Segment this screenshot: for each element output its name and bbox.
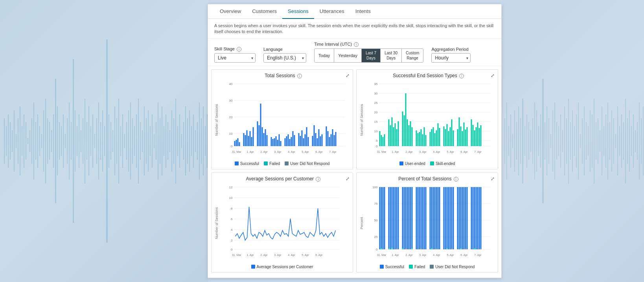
svg-rect-302 xyxy=(453,130,454,146)
svg-rect-390 xyxy=(431,187,432,248)
svg-rect-82 xyxy=(164,126,164,156)
svg-rect-123 xyxy=(538,126,539,156)
svg-rect-310 xyxy=(471,119,472,146)
svg-rect-70 xyxy=(140,122,141,160)
svg-rect-389 xyxy=(430,187,431,249)
svg-rect-136 xyxy=(564,106,565,176)
svg-rect-187 xyxy=(234,141,236,146)
svg-rect-279 xyxy=(408,125,410,146)
successful-end-info-icon[interactable]: i xyxy=(459,74,464,78)
svg-text:4. Apr: 4. Apr xyxy=(433,150,440,154)
svg-text:30: 30 xyxy=(229,99,233,102)
legend-skill-ended-label: Skill-ended xyxy=(436,161,455,166)
avg-sessions-container: Number of Sessions 12 10 xyxy=(215,183,350,263)
svg-rect-233 xyxy=(326,126,327,146)
svg-text:1. Apr: 1. Apr xyxy=(247,254,254,257)
time-interval-control: Time Interval (UTC) i Today Yesterday La… xyxy=(314,42,423,63)
svg-rect-145 xyxy=(582,118,583,164)
svg-rect-141 xyxy=(574,126,575,156)
successful-end-expand-icon[interactable]: ⤢ xyxy=(491,73,495,78)
avg-sessions-svg: 12 10 8 6 4 2 0 31. Mar 1. Apr 2. Apr 3. xyxy=(219,183,350,262)
total-sessions-info-icon[interactable]: i xyxy=(297,74,302,78)
svg-rect-131 xyxy=(554,102,555,180)
svg-rect-403 xyxy=(450,187,451,249)
svg-rect-417 xyxy=(473,187,474,249)
total-sessions-expand-icon[interactable]: ⤢ xyxy=(346,73,350,78)
svg-rect-76 xyxy=(152,114,153,168)
time-btn-last30[interactable]: Last 30Days xyxy=(381,49,402,62)
svg-rect-157 xyxy=(605,114,606,168)
tab-customers[interactable]: Customers xyxy=(247,4,282,19)
svg-text:31. Mar: 31. Mar xyxy=(377,254,386,256)
svg-rect-5 xyxy=(12,130,13,152)
svg-rect-421 xyxy=(477,187,478,249)
svg-rect-369 xyxy=(396,248,397,249)
successful-end-header: Successful End Session Types i ⤢ xyxy=(360,73,495,78)
percent-total-expand-icon[interactable]: ⤢ xyxy=(491,176,495,182)
svg-rect-67 xyxy=(134,126,135,156)
svg-rect-311 xyxy=(473,125,474,146)
svg-rect-4 xyxy=(10,122,11,160)
svg-rect-63 xyxy=(126,122,127,160)
svg-text:10: 10 xyxy=(229,132,233,135)
svg-rect-281 xyxy=(412,127,413,146)
svg-text:4. Apr: 4. Apr xyxy=(288,254,295,257)
svg-rect-84 xyxy=(167,122,168,160)
time-btn-today[interactable]: Today xyxy=(315,49,334,62)
svg-rect-224 xyxy=(306,127,307,146)
svg-rect-414 xyxy=(465,248,466,249)
svg-rect-30 xyxy=(61,126,62,156)
svg-text:4. Apr: 4. Apr xyxy=(288,150,295,154)
skill-stage-select[interactable]: Live Development xyxy=(214,53,256,63)
svg-rect-27 xyxy=(55,79,56,203)
svg-rect-410 xyxy=(460,248,462,249)
svg-rect-18 xyxy=(37,114,38,168)
svg-rect-418 xyxy=(474,187,475,248)
svg-rect-412 xyxy=(464,187,465,249)
avg-sessions-header: Average Sessions per Customer i ⤢ xyxy=(215,176,350,182)
svg-rect-55 xyxy=(110,122,111,160)
svg-text:0: 0 xyxy=(376,248,378,251)
svg-text:10: 10 xyxy=(374,130,378,133)
svg-rect-97 xyxy=(193,114,194,168)
time-btn-last7[interactable]: Last 7Days xyxy=(362,49,381,62)
time-btn-yesterday[interactable]: Yesterday xyxy=(334,49,362,62)
tab-sessions[interactable]: Sessions xyxy=(282,4,314,19)
tab-utterances[interactable]: Utterances xyxy=(314,4,350,19)
tab-overview[interactable]: Overview xyxy=(214,4,247,19)
svg-rect-265 xyxy=(381,135,382,146)
svg-rect-3 xyxy=(8,114,9,168)
aggregation-select[interactable]: Hourly Daily Weekly xyxy=(431,53,471,63)
avg-sessions-expand-icon[interactable]: ⤢ xyxy=(346,176,350,182)
language-select[interactable]: English (U.S.) English (UK) German xyxy=(263,53,306,63)
svg-rect-56 xyxy=(112,130,113,152)
svg-rect-23 xyxy=(47,118,48,164)
svg-text:0: 0 xyxy=(376,145,378,148)
tab-intents[interactable]: Intents xyxy=(350,4,376,19)
legend-no-respond-label: User Did Not Respond xyxy=(290,161,329,166)
legend-pct-successful-dot xyxy=(380,265,384,269)
time-btn-custom[interactable]: CustomRange xyxy=(402,49,423,62)
svg-rect-271 xyxy=(393,127,394,146)
percent-total-info-icon[interactable]: i xyxy=(454,177,458,182)
svg-text:6. Apr: 6. Apr xyxy=(460,150,468,154)
svg-rect-165 xyxy=(621,114,622,168)
svg-rect-134 xyxy=(560,114,561,168)
time-interval-info-icon[interactable]: i xyxy=(354,42,359,47)
skill-stage-info-icon[interactable]: i xyxy=(237,47,241,52)
svg-rect-216 xyxy=(291,137,292,146)
aggregation-control: Aggregation Period Hourly Daily Weekly ▾ xyxy=(431,47,471,63)
svg-rect-135 xyxy=(562,130,563,152)
avg-sessions-info-icon[interactable]: i xyxy=(316,177,320,182)
language-control: Language English (U.S.) English (UK) Ger… xyxy=(263,47,306,63)
svg-rect-309 xyxy=(467,127,468,146)
svg-rect-208 xyxy=(276,136,277,146)
svg-rect-408 xyxy=(459,187,460,249)
svg-rect-98 xyxy=(195,130,196,152)
svg-rect-116 xyxy=(524,126,525,156)
svg-rect-43 xyxy=(86,122,87,160)
svg-rect-282 xyxy=(416,130,417,146)
svg-text:0: 0 xyxy=(231,145,233,148)
svg-rect-73 xyxy=(146,118,147,164)
svg-rect-222 xyxy=(303,138,304,146)
